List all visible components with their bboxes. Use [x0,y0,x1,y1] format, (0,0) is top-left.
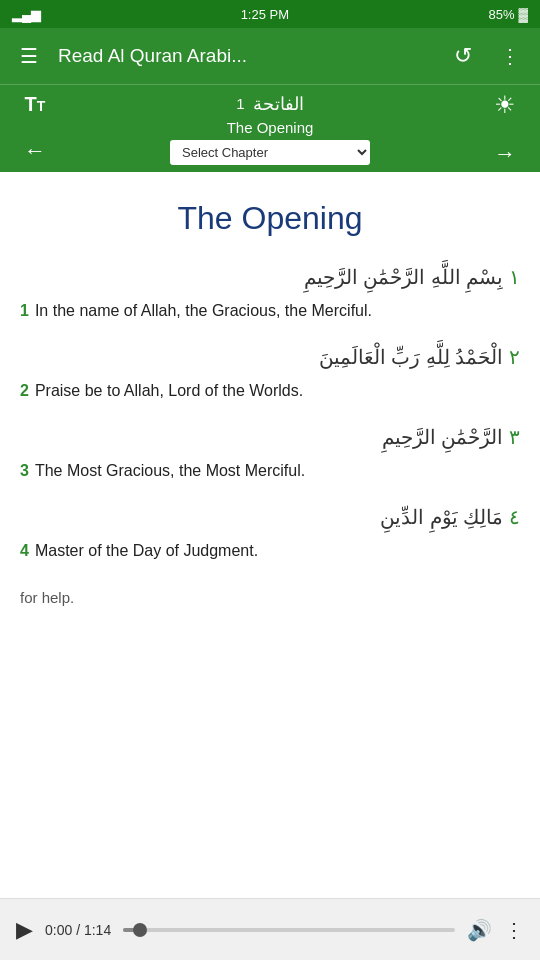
main-content: The Opening ١ بِسْمِ اللَّهِ الرَّحْمَٰن… [0,172,540,563]
status-left: ▂▄▆ [12,7,41,22]
menu-button[interactable]: ☰ [12,36,46,76]
more-options-button[interactable]: ⋮ [492,36,528,76]
refresh-icon: ↺ [454,43,472,69]
audio-player: ▶ 0:00 / 1:14 🔊 ⋮ [0,898,540,960]
nav-left-side: TT ← [0,85,70,172]
prev-chapter-button[interactable]: ← [16,130,54,172]
font-size-icon: TT [25,93,46,116]
forward-arrow-icon: → [494,141,516,166]
progress-thumb [133,923,147,937]
more-icon: ⋮ [500,44,520,68]
surah-title: The Opening [20,192,520,237]
chapter-english-name: The Opening [227,119,314,136]
arabic-verse-2: ٢ الْحَمْدُ لِلَّهِ رَبِّ الْعَالَمِينَ [20,341,520,373]
arabic-verse-number-3: ٣ [509,426,520,448]
verse-num-3: 3 [20,462,29,479]
brightness-button[interactable]: ☀ [486,83,524,127]
arabic-verse-1: ١ بِسْمِ اللَّهِ الرَّحْمَٰنِ الرَّحِيمِ [20,261,520,293]
verse-num-1: 1 [20,302,29,319]
nav-right-side: ☀ → [470,83,540,175]
arabic-verse-number-1: ١ [509,266,520,288]
arabic-verse-number-2: ٢ [509,346,520,368]
list-item: ٣ الرَّحْمَٰنِ الرَّحِيمِ 3The Most Grac… [20,421,520,483]
verse-num-2: 2 [20,382,29,399]
audio-more-button[interactable]: ⋮ [504,918,524,942]
arabic-verse-3: ٣ الرَّحْمَٰنِ الرَّحِيمِ [20,421,520,453]
time-display: 0:00 / 1:14 [45,922,111,938]
status-bar: ▂▄▆ 1:25 PM 85% ▓ [0,0,540,28]
translation-verse-2: 2Praise be to Allah, Lord of the Worlds. [20,379,520,403]
brightness-icon: ☀ [494,91,516,118]
status-time: 1:25 PM [241,7,289,22]
translation-verse-1: 1In the name of Allah, the Gracious, the… [20,299,520,323]
back-arrow-icon: ← [24,138,46,163]
volume-icon: 🔊 [467,919,492,941]
play-button[interactable]: ▶ [16,917,33,943]
menu-icon: ☰ [20,44,38,68]
chapter-number: 1 [236,95,244,112]
chapter-select[interactable]: Select Chapter [170,140,370,165]
list-item: ١ بِسْمِ اللَّهِ الرَّحْمَٰنِ الرَّحِيمِ… [20,261,520,323]
verse-num-4: 4 [20,542,29,559]
app-title: Read Al Quran Arabi... [58,45,434,67]
signal-icon: ▂▄▆ [12,7,41,22]
app-bar: ☰ Read Al Quran Arabi... ↺ ⋮ [0,28,540,84]
progress-bar[interactable] [123,928,455,932]
status-right: 85% ▓ [488,7,528,22]
list-item: ٢ الْحَمْدُ لِلَّهِ رَبِّ الْعَالَمِينَ … [20,341,520,403]
chapter-arabic-name: الفاتحة [253,93,304,115]
partial-text: for help. [0,581,540,678]
list-item: ٤ مَالِكِ يَوْمِ الدِّينِ 4Master of the… [20,501,520,563]
arabic-verse-number-4: ٤ [509,506,520,528]
battery-icon: ▓ [519,7,528,22]
battery-percent: 85% [488,7,514,22]
font-size-button[interactable]: TT [17,85,54,124]
audio-more-icon: ⋮ [504,919,524,941]
chapter-nav-bar: TT ← 1 الفاتحة The Opening Select Chapte… [0,84,540,172]
chapter-info-center: 1 الفاتحة The Opening Select Chapter [70,93,470,165]
chapter-number-row: 1 الفاتحة [236,93,303,115]
play-icon: ▶ [16,917,33,942]
next-chapter-button[interactable]: → [486,133,524,175]
translation-verse-3: 3The Most Gracious, the Most Merciful. [20,459,520,483]
arabic-verse-4: ٤ مَالِكِ يَوْمِ الدِّينِ [20,501,520,533]
refresh-button[interactable]: ↺ [446,35,480,77]
volume-button[interactable]: 🔊 [467,918,492,942]
translation-verse-4: 4Master of the Day of Judgment. [20,539,520,563]
